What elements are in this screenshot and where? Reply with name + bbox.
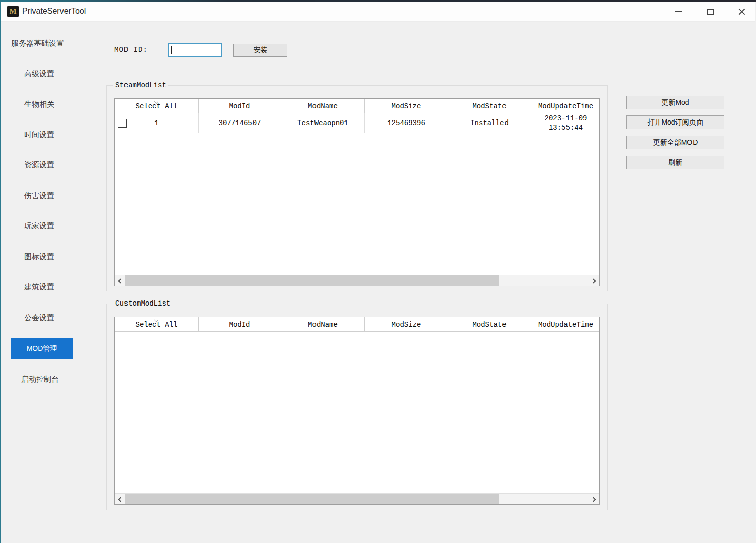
- steam-table-row[interactable]: 1 3077146507 TestWeaopn01 125469396 Inst…: [115, 113, 600, 133]
- sidebar-item-creature-related[interactable]: 生物相关: [24, 100, 54, 109]
- custom-header-select-all[interactable]: Select All: [115, 317, 199, 332]
- sidebar-item-damage-settings[interactable]: 伤害设置: [24, 191, 54, 201]
- sidebar-item-server-basic-settings[interactable]: 服务器基础设置: [11, 39, 64, 48]
- custom-mod-table: Select All ModId ModName ModSize ModStat…: [114, 317, 600, 505]
- steam-header-mod-size[interactable]: ModSize: [365, 99, 448, 113]
- app-icon: M: [7, 6, 19, 17]
- text-caret: [171, 46, 172, 54]
- custom-header-mod-size[interactable]: ModSize: [365, 317, 448, 332]
- app-icon-letter: M: [9, 7, 16, 16]
- custom-header-mod-update-time[interactable]: ModUpdateTime: [531, 317, 600, 332]
- scroll-left-icon: [118, 278, 123, 283]
- steam-row-update-time: 13:55:44: [549, 124, 583, 132]
- custom-horizontal-scrollbar[interactable]: [115, 493, 599, 504]
- minimize-button[interactable]: [667, 2, 689, 22]
- custom-table-header: Select All ModId ModName ModSize ModStat…: [115, 317, 600, 332]
- steam-header-mod-update-time[interactable]: ModUpdateTime: [531, 99, 600, 113]
- sidebar-item-player-settings[interactable]: 玩家设置: [24, 221, 54, 231]
- window-title: PrivateServerTool: [22, 7, 86, 16]
- custom-header-mod-name[interactable]: ModName: [281, 317, 365, 332]
- steam-row-mod-size: 125469396: [365, 113, 448, 133]
- steam-row-mod-name: TestWeaopn01: [281, 113, 365, 133]
- sort-chevron-icon: [154, 100, 158, 104]
- scroll-right-button[interactable]: [589, 275, 599, 286]
- steam-horizontal-scrollbar[interactable]: [115, 275, 599, 286]
- window-left-accent: [0, 0, 1, 543]
- steam-row-index: 1: [154, 119, 158, 128]
- scroll-left-button[interactable]: [115, 494, 125, 505]
- custom-header-mod-state[interactable]: ModState: [448, 317, 531, 332]
- scroll-right-button[interactable]: [589, 494, 599, 505]
- maximize-button[interactable]: [699, 2, 721, 22]
- scroll-left-button[interactable]: [115, 275, 125, 286]
- sidebar-item-time-settings[interactable]: 时间设置: [24, 130, 54, 140]
- minimize-icon: [675, 11, 682, 12]
- sidebar-item-mod-management-selected[interactable]: MOD管理: [11, 338, 73, 359]
- steam-mod-list-group: SteamModList Select All ModId ModName Mo…: [106, 85, 608, 291]
- close-icon: [738, 8, 746, 16]
- scrollbar-thumb[interactable]: [125, 275, 499, 286]
- steam-mod-table: Select All ModId ModName ModSize ModStat…: [114, 98, 600, 286]
- row-checkbox[interactable]: [118, 119, 127, 128]
- steam-mod-list-title: SteamModList: [113, 81, 168, 89]
- steam-header-mod-name[interactable]: ModName: [281, 99, 365, 113]
- install-button[interactable]: 安装: [233, 44, 287, 57]
- steam-row-mod-state: Installed: [448, 113, 531, 133]
- sidebar-item-guild-settings[interactable]: 公会设置: [24, 313, 54, 323]
- sidebar-item-icon-settings[interactable]: 图标设置: [24, 252, 54, 262]
- update-mod-button[interactable]: 更新Mod: [626, 96, 724, 109]
- mod-id-label: MOD ID:: [114, 46, 148, 54]
- scrollbar-thumb[interactable]: [125, 494, 499, 505]
- steam-header-mod-state[interactable]: ModState: [448, 99, 531, 113]
- steam-header-mod-id[interactable]: ModId: [199, 99, 281, 113]
- steam-row-mod-update-time: 2023-11-09 13:55:44: [531, 113, 600, 133]
- steam-row-select-cell: 1: [115, 113, 199, 133]
- open-mod-subscription-button[interactable]: 打开Mod订阅页面: [626, 115, 724, 129]
- sidebar-item-building-settings[interactable]: 建筑设置: [24, 282, 54, 292]
- app-window: { "window": { "title": "PrivateServerToo…: [0, 0, 756, 543]
- scroll-left-icon: [118, 497, 123, 502]
- sidebar-item-launch-console[interactable]: 启动控制台: [21, 375, 59, 384]
- update-all-mods-button[interactable]: 更新全部MOD: [626, 136, 724, 149]
- custom-mod-list-title: CustomModList: [113, 299, 172, 308]
- mod-id-input[interactable]: [168, 43, 222, 57]
- close-button[interactable]: [731, 2, 753, 22]
- scroll-right-icon: [591, 497, 596, 502]
- custom-header-mod-id[interactable]: ModId: [199, 317, 281, 332]
- steam-table-header: Select All ModId ModName ModSize ModStat…: [115, 99, 600, 113]
- sort-chevron-icon: [154, 318, 158, 322]
- title-bar: M PrivateServerTool: [1, 2, 755, 22]
- steam-row-mod-id: 3077146507: [199, 113, 281, 133]
- maximize-icon: [707, 9, 714, 15]
- steam-row-update-date: 2023-11-09: [544, 114, 587, 123]
- scroll-right-icon: [591, 278, 596, 283]
- custom-mod-list-group: CustomModList Select All ModId ModName M…: [106, 304, 608, 510]
- refresh-button[interactable]: 刷新: [626, 156, 724, 169]
- sidebar-item-resource-settings[interactable]: 资源设置: [24, 160, 54, 170]
- sidebar-item-advanced-settings[interactable]: 高级设置: [24, 69, 54, 79]
- steam-header-select-all[interactable]: Select All: [115, 99, 199, 113]
